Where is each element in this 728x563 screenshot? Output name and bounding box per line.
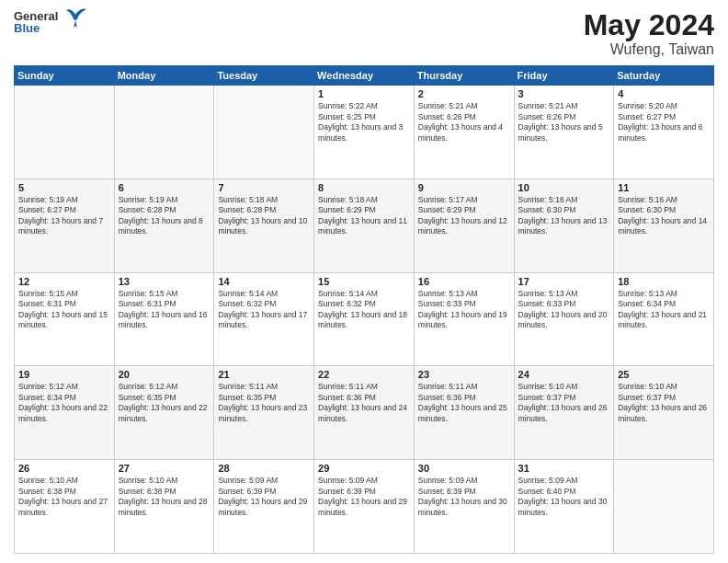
cell-info: Daylight: 13 hours and 4 minutes. (418, 122, 510, 144)
cell-info: Sunset: 6:34 PM (18, 393, 110, 403)
cell-info: Daylight: 13 hours and 7 minutes. (18, 216, 110, 237)
cell-info: Daylight: 13 hours and 11 minutes. (318, 216, 410, 237)
calendar-cell: 26Sunrise: 5:10 AMSunset: 6:38 PMDayligh… (15, 460, 115, 554)
cell-info: Daylight: 13 hours and 16 minutes. (119, 310, 210, 331)
cell-info: Sunset: 6:26 PM (418, 112, 510, 122)
cell-info: Sunset: 6:34 PM (618, 299, 710, 309)
day-header-thursday: Thursday (414, 66, 514, 86)
cell-info: Sunset: 6:39 PM (418, 487, 510, 497)
cell-info: Sunrise: 5:09 AM (218, 476, 310, 486)
cell-info: Sunrise: 5:18 AM (318, 195, 410, 205)
cell-info: Sunset: 6:30 PM (618, 205, 710, 215)
calendar-week-row: 1Sunrise: 5:22 AMSunset: 6:25 PMDaylight… (15, 86, 714, 179)
cell-info: Sunset: 6:39 PM (318, 487, 410, 497)
cell-info: Sunrise: 5:19 AM (18, 195, 110, 205)
calendar-cell: 25Sunrise: 5:10 AMSunset: 6:37 PMDayligh… (614, 366, 714, 460)
day-number: 10 (518, 182, 610, 193)
cell-info: Daylight: 13 hours and 30 minutes. (518, 497, 610, 518)
cell-info: Sunset: 6:33 PM (518, 299, 610, 309)
cell-info: Sunset: 6:35 PM (218, 393, 310, 403)
cell-info: Daylight: 13 hours and 12 minutes. (418, 216, 510, 237)
cell-info: Sunset: 6:27 PM (18, 205, 110, 215)
cell-info: Sunrise: 5:15 AM (18, 289, 110, 299)
calendar-cell: 13Sunrise: 5:15 AMSunset: 6:31 PMDayligh… (114, 272, 214, 366)
cell-info: Sunset: 6:30 PM (518, 205, 610, 215)
day-number: 26 (18, 463, 110, 474)
day-header-wednesday: Wednesday (314, 66, 415, 86)
day-number: 6 (119, 182, 210, 193)
calendar-cell: 20Sunrise: 5:12 AMSunset: 6:35 PMDayligh… (114, 366, 214, 460)
calendar-cell: 21Sunrise: 5:11 AMSunset: 6:35 PMDayligh… (214, 366, 314, 460)
calendar-cell: 24Sunrise: 5:10 AMSunset: 6:37 PMDayligh… (514, 366, 614, 460)
day-number: 30 (418, 463, 510, 474)
day-number: 27 (119, 463, 210, 474)
cell-info: Sunrise: 5:17 AM (418, 195, 510, 205)
cell-info: Sunset: 6:37 PM (618, 393, 710, 403)
cell-info: Sunrise: 5:21 AM (518, 101, 610, 111)
calendar-cell: 14Sunrise: 5:14 AMSunset: 6:32 PMDayligh… (214, 272, 314, 366)
cell-info: Sunrise: 5:19 AM (119, 195, 210, 205)
logo-bird-icon (61, 4, 90, 33)
day-number: 16 (418, 276, 510, 287)
cell-info: Sunset: 6:29 PM (318, 205, 410, 215)
cell-info: Daylight: 13 hours and 23 minutes. (218, 403, 310, 424)
cell-info: Daylight: 13 hours and 14 minutes. (618, 216, 710, 237)
cell-info: Sunset: 6:35 PM (119, 393, 210, 403)
calendar-cell: 19Sunrise: 5:12 AMSunset: 6:34 PMDayligh… (15, 366, 115, 460)
cell-info: Daylight: 13 hours and 3 minutes. (318, 122, 410, 144)
calendar-week-row: 26Sunrise: 5:10 AMSunset: 6:38 PMDayligh… (15, 460, 714, 554)
day-header-friday: Friday (514, 66, 614, 86)
cell-info: Daylight: 13 hours and 24 minutes. (318, 403, 410, 424)
cell-info: Daylight: 13 hours and 17 minutes. (218, 310, 310, 331)
day-header-saturday: Saturday (614, 66, 714, 86)
day-number: 21 (218, 369, 310, 380)
day-header-sunday: Sunday (15, 66, 115, 86)
cell-info: Sunrise: 5:12 AM (18, 382, 110, 392)
cell-info: Daylight: 13 hours and 6 minutes. (618, 122, 710, 144)
cell-info: Sunset: 6:28 PM (218, 205, 310, 215)
cell-info: Sunrise: 5:09 AM (318, 476, 410, 486)
cell-info: Sunset: 6:25 PM (318, 112, 410, 122)
day-header-row: SundayMondayTuesdayWednesdayThursdayFrid… (15, 66, 714, 86)
calendar-cell: 1Sunrise: 5:22 AMSunset: 6:25 PMDaylight… (314, 86, 415, 179)
cell-info: Sunrise: 5:09 AM (418, 476, 510, 486)
title-block: May 2024 Wufeng, Taiwan (584, 9, 714, 58)
calendar-cell: 8Sunrise: 5:18 AMSunset: 6:29 PMDaylight… (314, 178, 415, 272)
calendar-cell: 7Sunrise: 5:18 AMSunset: 6:28 PMDaylight… (214, 178, 314, 272)
cell-info: Sunrise: 5:14 AM (218, 289, 310, 299)
cell-info: Daylight: 13 hours and 18 minutes. (318, 310, 410, 331)
calendar-cell (614, 460, 714, 554)
calendar-cell: 3Sunrise: 5:21 AMSunset: 6:26 PMDaylight… (514, 86, 614, 179)
cell-info: Sunrise: 5:11 AM (318, 382, 410, 392)
cell-info: Daylight: 13 hours and 29 minutes. (218, 497, 310, 518)
cell-info: Daylight: 13 hours and 26 minutes. (618, 403, 710, 424)
day-number: 12 (18, 276, 110, 287)
calendar-cell (15, 86, 115, 179)
cell-info: Sunset: 6:26 PM (518, 112, 610, 122)
cell-info: Daylight: 13 hours and 27 minutes. (18, 497, 110, 518)
cell-info: Daylight: 13 hours and 21 minutes. (618, 310, 710, 331)
cell-info: Daylight: 13 hours and 22 minutes. (119, 403, 210, 424)
calendar-cell (114, 86, 214, 179)
day-header-tuesday: Tuesday (214, 66, 314, 86)
calendar-cell: 31Sunrise: 5:09 AMSunset: 6:40 PMDayligh… (514, 460, 614, 554)
cell-info: Daylight: 13 hours and 22 minutes. (18, 403, 110, 424)
day-number: 17 (518, 276, 610, 287)
cell-info: Daylight: 13 hours and 20 minutes. (518, 310, 610, 331)
calendar-cell: 28Sunrise: 5:09 AMSunset: 6:39 PMDayligh… (214, 460, 314, 554)
logo-blue: Blue (14, 21, 58, 35)
cell-info: Sunrise: 5:10 AM (518, 382, 610, 392)
cell-info: Sunset: 6:39 PM (218, 487, 310, 497)
location: Wufeng, Taiwan (584, 41, 714, 58)
calendar-cell (214, 86, 314, 179)
cell-info: Sunrise: 5:22 AM (318, 101, 410, 111)
day-number: 9 (418, 182, 510, 193)
day-number: 28 (218, 463, 310, 474)
calendar-week-row: 5Sunrise: 5:19 AMSunset: 6:27 PMDaylight… (15, 178, 714, 272)
calendar-cell: 18Sunrise: 5:13 AMSunset: 6:34 PMDayligh… (614, 272, 714, 366)
day-header-monday: Monday (114, 66, 214, 86)
calendar-week-row: 12Sunrise: 5:15 AMSunset: 6:31 PMDayligh… (15, 272, 714, 366)
day-number: 22 (318, 369, 410, 380)
cell-info: Daylight: 13 hours and 15 minutes. (18, 310, 110, 331)
cell-info: Sunset: 6:31 PM (18, 299, 110, 309)
